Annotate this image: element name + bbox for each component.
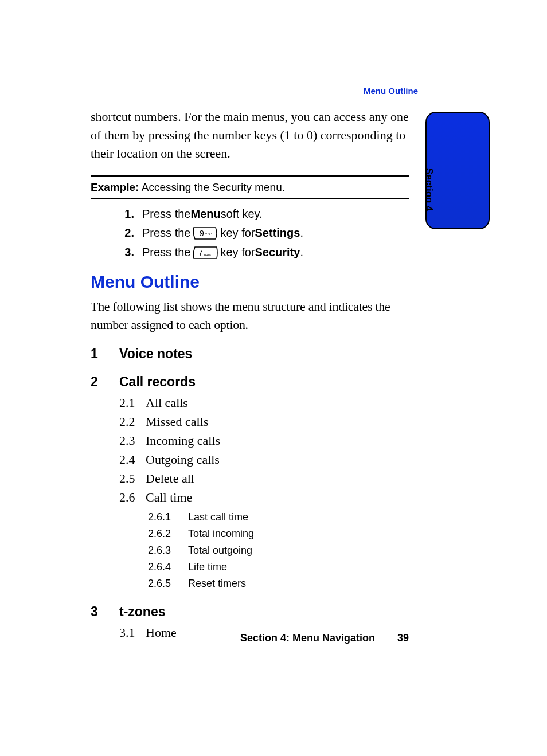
menu-heading-2: 2 Call records xyxy=(91,374,409,390)
menu-title: Voice notes xyxy=(119,346,192,362)
list-item: 2.1All calls xyxy=(119,393,409,412)
item-number: 2.2 xyxy=(119,412,146,431)
step-text: key for xyxy=(220,246,255,259)
footer-section: Section 4: Menu Navigation xyxy=(240,632,375,644)
list-item: 2.4Outgoing calls xyxy=(119,450,409,469)
item-number: 2.3 xyxy=(119,431,146,450)
menu-number: 3 xyxy=(91,604,119,620)
example-text: Accessing the Security menu. xyxy=(139,181,285,193)
step-text: soft key. xyxy=(221,207,263,221)
keypad-7-icon: 7 pqrs xyxy=(193,246,218,260)
heading-menu-outline: Menu Outline xyxy=(91,272,409,292)
step-2: 2. Press the 9 wxyz key for Settings . xyxy=(118,226,409,240)
step-number: 2. xyxy=(118,226,134,240)
keypad-9-icon: 9 wxyz xyxy=(193,226,218,240)
list-item: 2.6.5Reset timers xyxy=(148,575,409,592)
menu-title: Call records xyxy=(119,374,196,390)
intro-paragraph: shortcut numbers. For the main menus, yo… xyxy=(91,108,409,163)
step-text: Press the xyxy=(142,246,190,259)
item-number: 2.4 xyxy=(119,450,146,469)
item-label: Total incoming xyxy=(188,526,254,542)
item-number: 2.6.2 xyxy=(148,526,188,542)
svg-text:7: 7 xyxy=(198,248,203,257)
list-item: 2.6.3Total outgoing xyxy=(148,542,409,559)
list-item: 2.6.4Life time xyxy=(148,559,409,575)
step-text: key for xyxy=(220,226,255,240)
item-label: Incoming calls xyxy=(146,431,220,450)
list-item: 2.2Missed calls xyxy=(119,412,409,431)
step-text: Press the xyxy=(142,207,190,221)
list-item: 2.6.2Total incoming xyxy=(148,526,409,542)
item-label: Last call time xyxy=(188,509,248,526)
running-head: Menu Outline xyxy=(364,86,418,96)
list-item: 2.6Call time xyxy=(119,488,409,507)
item-label: Total outgoing xyxy=(188,542,252,559)
item-label: Outgoing calls xyxy=(146,450,220,469)
page-footer: Section 4: Menu Navigation 39 xyxy=(91,632,409,644)
outline-intro: The following list shows the menu struct… xyxy=(91,297,409,334)
item-number: 2.5 xyxy=(119,469,146,488)
menu-heading-3: 3 t-zones xyxy=(91,604,409,620)
item-number: 2.6.4 xyxy=(148,559,188,575)
item-label: Delete all xyxy=(146,469,194,488)
step-text: . xyxy=(300,226,303,240)
svg-text:wxyz: wxyz xyxy=(204,232,212,235)
step-text: . xyxy=(300,246,303,259)
step-number: 1. xyxy=(118,207,134,221)
step-number: 3. xyxy=(118,246,134,259)
item-label: Missed calls xyxy=(146,412,208,431)
steps-list: 1. Press the Menu soft key. 2. Press the… xyxy=(91,207,409,260)
menu-heading-1: 1 Voice notes xyxy=(91,346,409,362)
section-tab: Section 4 xyxy=(425,112,490,229)
item-label: All calls xyxy=(146,393,188,412)
example-label: Example: xyxy=(91,181,139,193)
menu-number: 2 xyxy=(91,374,119,390)
example-block: Example: Accessing the Security menu. xyxy=(91,175,409,199)
menu-title: t-zones xyxy=(119,604,166,620)
item-number: 2.6.3 xyxy=(148,542,188,559)
item-label: Life time xyxy=(188,559,227,575)
item-number: 2.6 xyxy=(119,488,146,507)
step-bold: Settings xyxy=(255,226,300,240)
step-bold: Security xyxy=(255,246,300,259)
step-3: 3. Press the 7 pqrs key for Security . xyxy=(118,246,409,260)
content-column: shortcut numbers. For the main menus, yo… xyxy=(91,108,409,642)
svg-text:pqrs: pqrs xyxy=(204,253,211,256)
step-text: Press the xyxy=(142,226,190,240)
svg-text:9: 9 xyxy=(200,229,204,238)
section-tab-label: Section 4 xyxy=(423,168,435,211)
footer-page-number: 39 xyxy=(397,632,409,644)
item-number: 2.6.1 xyxy=(148,509,188,526)
page: Menu Outline Section 4 shortcut numbers.… xyxy=(0,0,547,756)
step-bold: Menu xyxy=(190,207,220,221)
menu-2-items: 2.1All calls 2.2Missed calls 2.3Incoming… xyxy=(119,393,409,592)
item-label: Call time xyxy=(146,488,192,507)
step-1: 1. Press the Menu soft key. xyxy=(118,207,409,221)
menu-2-6-items: 2.6.1Last call time 2.6.2Total incoming … xyxy=(148,509,409,592)
item-number: 2.6.5 xyxy=(148,575,188,592)
menu-number: 1 xyxy=(91,346,119,362)
item-label: Reset timers xyxy=(188,575,246,592)
list-item: 2.3Incoming calls xyxy=(119,431,409,450)
list-item: 2.6.1Last call time xyxy=(148,509,409,526)
item-number: 2.1 xyxy=(119,393,146,412)
list-item: 2.5Delete all xyxy=(119,469,409,488)
